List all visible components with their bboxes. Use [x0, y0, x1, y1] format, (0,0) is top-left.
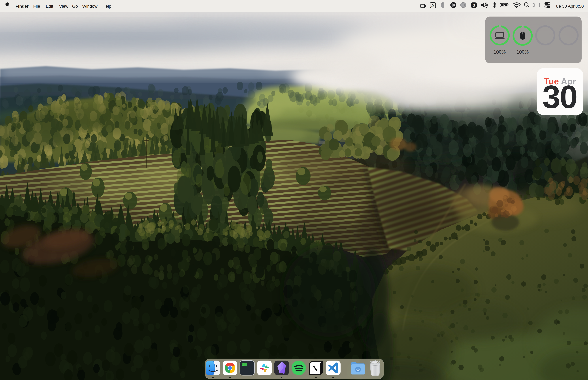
svg-text:Tue 30 Apr: Tue 30 Apr — [554, 4, 574, 9]
svg-text:Help: Help — [102, 4, 111, 9]
svg-text:100%: 100% — [516, 49, 529, 55]
svg-text:S: S — [473, 3, 475, 7]
svg-text:30: 30 — [542, 79, 577, 115]
svg-text:Edit: Edit — [46, 4, 53, 9]
svg-text:N: N — [312, 364, 318, 373]
svg-text:Finder: Finder — [16, 4, 29, 9]
svg-text:View: View — [59, 4, 68, 9]
svg-text:Window: Window — [82, 4, 97, 9]
svg-text:File: File — [33, 4, 40, 9]
svg-text:8:50: 8:50 — [575, 4, 584, 9]
svg-text:100%: 100% — [493, 49, 506, 55]
svg-text:Go: Go — [72, 4, 78, 9]
svg-text:N: N — [432, 3, 435, 7]
svg-text:$: $ — [242, 362, 244, 367]
